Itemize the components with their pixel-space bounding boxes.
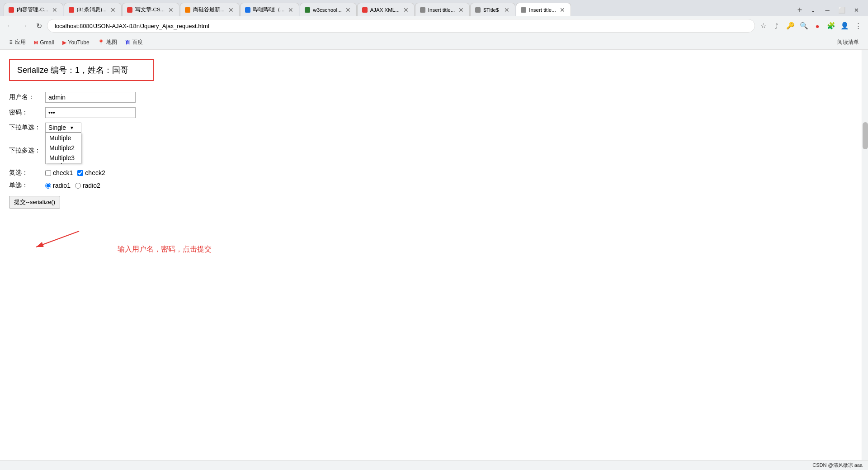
- tab-tab4[interactable]: 尚硅谷最新... ✕: [180, 3, 240, 16]
- address-bar-row: ← → ↻ ☆ ⤴ 🔑 🔍 ● 🧩 👤 ⋮: [0, 16, 868, 35]
- forward-button[interactable]: →: [18, 19, 31, 32]
- tab-tab10[interactable]: Insert title... ✕: [516, 3, 571, 16]
- scrollbar-track: [862, 50, 868, 460]
- radio-2[interactable]: [75, 183, 81, 189]
- tab-tab8[interactable]: Insert title... ✕: [415, 3, 470, 16]
- tab-close-tab2[interactable]: ✕: [109, 6, 117, 14]
- radio-2-label: radio2: [83, 182, 100, 189]
- tab-close-tab1[interactable]: ✕: [51, 6, 58, 14]
- tab-title-tab8: Insert title...: [428, 7, 455, 13]
- dropdown-multi-label: 下拉多选：: [9, 147, 45, 155]
- tab-tab3[interactable]: 写文章-CS... ✕: [122, 3, 179, 16]
- tab-tab7[interactable]: AJAX XML... ✕: [357, 3, 415, 16]
- tab-title-tab7: AJAX XML...: [370, 7, 400, 13]
- radio-item-2: radio2: [75, 182, 100, 189]
- browser-chrome: 内容管理-C... ✕ (31条消息)... ✕ 写文章-CS... ✕ 尚硅谷…: [0, 0, 868, 50]
- window-controls: ⌄ ─ ⬜ ✕: [807, 4, 864, 16]
- tab-title-tab3: 写文章-CS...: [135, 6, 165, 13]
- tab-title-tab5: 哔哩哔哩（...: [253, 6, 285, 13]
- checkbox-item-1: check1: [45, 169, 73, 176]
- submit-button[interactable]: 提交--serialize(): [9, 196, 60, 209]
- bookmark-apps-label: 应用: [15, 38, 26, 46]
- checkbox-2-label: check2: [85, 169, 105, 176]
- scrollbar-thumb[interactable]: [863, 122, 868, 149]
- tab-tab6[interactable]: w3cschool... ✕: [300, 3, 356, 16]
- tab-title-tab2: (31条消息)...: [77, 6, 107, 13]
- tab-close-tab3[interactable]: ✕: [167, 6, 175, 14]
- bookmark-apps[interactable]: ⠿ 应用: [5, 37, 29, 48]
- tab-search-button[interactable]: ⌄: [807, 4, 819, 16]
- tab-close-tab6[interactable]: ✕: [344, 6, 352, 14]
- share-icon[interactable]: ⤴: [770, 19, 783, 32]
- tab-tab5[interactable]: 哔哩哔哩（... ✕: [240, 3, 300, 16]
- bookmark-star-icon[interactable]: ☆: [757, 19, 769, 32]
- bookmark-gmail[interactable]: M Gmail: [30, 38, 58, 47]
- result-box: Serialize 编号：1，姓名：国哥: [9, 59, 154, 81]
- submit-row: 提交--serialize(): [9, 194, 859, 209]
- dropdown-single-selected[interactable]: Single ▼: [45, 123, 81, 133]
- address-input[interactable]: [47, 19, 755, 33]
- bookmark-youtube-label: YouTube: [68, 39, 90, 46]
- new-tab-button[interactable]: +: [793, 4, 806, 16]
- youtube-icon: ▶: [62, 39, 66, 46]
- hint-text: 输入用户名，密码，点击提交: [118, 245, 212, 254]
- bookmark-baidu[interactable]: 百 百度: [122, 37, 146, 48]
- tab-bar: 内容管理-C... ✕ (31条消息)... ✕ 写文章-CS... ✕ 尚硅谷…: [0, 0, 868, 16]
- radio-1[interactable]: [45, 183, 51, 189]
- tab-close-tab5[interactable]: ✕: [287, 6, 294, 14]
- restore-button[interactable]: ⬜: [835, 4, 848, 16]
- menu-icon[interactable]: ⋮: [852, 19, 864, 32]
- tab-tab2[interactable]: (31条消息)... ✕: [64, 3, 122, 16]
- dropdown-option-multiple2[interactable]: Multiple2: [46, 143, 81, 153]
- radio-group: radio1 radio2: [45, 182, 100, 189]
- tab-favicon-tab4: [185, 7, 190, 13]
- close-button[interactable]: ✕: [850, 4, 863, 16]
- bookmarks-bar: ⠿ 应用 M Gmail ▶ YouTube 📍 地图 百 百度 阅读清单: [0, 35, 868, 50]
- tab-tab9[interactable]: $Title$ ✕: [470, 3, 515, 16]
- tab-close-tab10[interactable]: ✕: [559, 6, 566, 14]
- dropdown-option-multiple3[interactable]: Multiple3: [46, 153, 81, 163]
- back-button[interactable]: ←: [4, 19, 16, 32]
- checkbox-group: check1 check2: [45, 169, 105, 176]
- result-text: Serialize 编号：1，姓名：国哥: [17, 66, 128, 75]
- tab-favicon-tab3: [127, 7, 132, 13]
- tab-tab1[interactable]: 内容管理-C... ✕: [4, 3, 63, 16]
- zoom-icon[interactable]: 🔍: [797, 19, 810, 32]
- password-row: 密码：: [9, 107, 859, 118]
- key-icon[interactable]: 🔑: [784, 19, 797, 32]
- apps-icon: ⠿: [9, 39, 13, 46]
- checkbox-2[interactable]: [77, 170, 83, 176]
- tab-title-tab10: Insert title...: [529, 7, 556, 13]
- tab-close-tab8[interactable]: ✕: [458, 6, 465, 14]
- profile-icon[interactable]: 👤: [838, 19, 851, 32]
- tab-close-tab9[interactable]: ✕: [503, 6, 510, 14]
- radio-item-1: radio1: [45, 182, 71, 189]
- password-input[interactable]: [45, 107, 136, 118]
- baidu-icon: 百: [125, 39, 130, 46]
- tab-favicon-tab1: [9, 7, 14, 13]
- tab-favicon-tab7: [362, 7, 368, 13]
- status-text: CSDN @清风微凉 aaa: [812, 462, 863, 469]
- bookmark-baidu-label: 百度: [132, 38, 143, 46]
- dropdown-single-list: Multiple Multiple2 Multiple3: [45, 133, 81, 163]
- maps-icon: 📍: [98, 39, 104, 46]
- reading-list-button[interactable]: 阅读清单: [834, 37, 863, 48]
- tab-close-tab7[interactable]: ✕: [402, 6, 410, 14]
- refresh-button[interactable]: ↻: [33, 19, 45, 32]
- chrome-icon[interactable]: ●: [811, 19, 824, 32]
- bookmark-maps[interactable]: 📍 地图: [94, 37, 121, 48]
- checkbox-1-label: check1: [53, 169, 73, 176]
- username-input[interactable]: [45, 92, 136, 103]
- checkbox-1[interactable]: [45, 170, 51, 176]
- checkbox-label: 复选：: [9, 169, 45, 177]
- minimize-button[interactable]: ─: [821, 4, 834, 16]
- bookmark-youtube[interactable]: ▶ YouTube: [59, 38, 93, 47]
- tab-close-tab4[interactable]: ✕: [227, 6, 235, 14]
- extensions-icon[interactable]: 🧩: [825, 19, 837, 32]
- tab-favicon-tab8: [420, 7, 425, 13]
- dropdown-option-multiple[interactable]: Multiple: [46, 133, 81, 143]
- dropdown-single-container: Single ▼ Multiple Multiple2 Multiple3: [45, 123, 81, 133]
- password-label: 密码：: [9, 109, 45, 117]
- tab-favicon-tab10: [521, 7, 526, 13]
- dropdown-single-label: 下拉单选：: [9, 123, 45, 132]
